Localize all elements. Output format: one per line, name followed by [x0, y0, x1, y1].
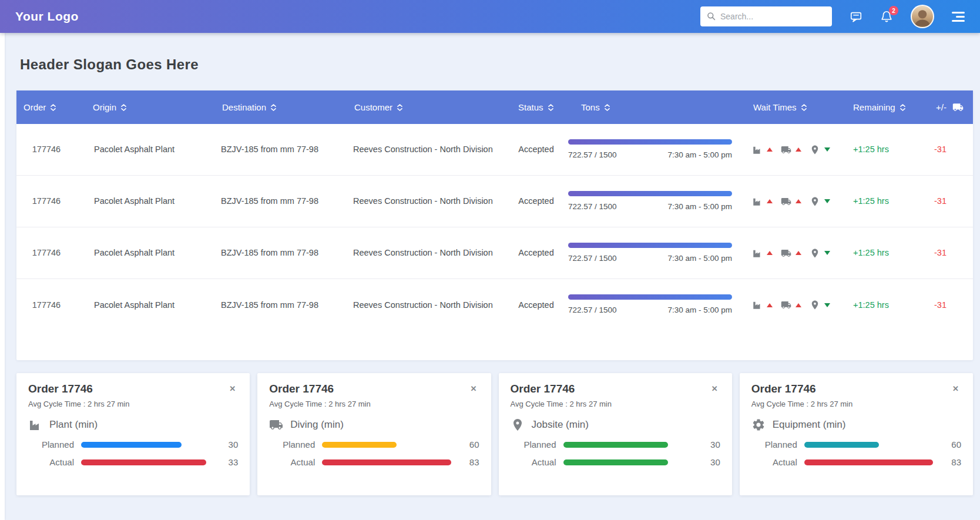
- plus-minus-cell: -31: [908, 144, 973, 155]
- trend-up-icon: [767, 251, 773, 255]
- status-cell: Accepted: [505, 196, 567, 207]
- sort-desc-icon: [900, 108, 905, 111]
- column-header-status[interactable]: Status: [505, 102, 567, 112]
- tons-cell: 722.57 / 1500 7:30 am - 5:00 pm: [567, 243, 740, 264]
- table-footer-spacer: [16, 331, 973, 360]
- origin-cell: Pacolet Asphalt Plant: [76, 300, 194, 311]
- factory-icon: [752, 248, 763, 259]
- table-row[interactable]: 177746 Pacolet Asphalt Plant BZJV-185 fr…: [16, 124, 973, 176]
- order-summary-card: Order 17746 Avg Cycle Time : 2 hrs 27 mi…: [499, 373, 732, 495]
- destination-cell: BZJV-185 from mm 77-98: [194, 144, 338, 155]
- bell-icon[interactable]: 2: [880, 10, 893, 23]
- column-header-wait-times[interactable]: Wait Times: [740, 102, 834, 112]
- tons-progress-bar: [568, 243, 732, 248]
- avatar[interactable]: [911, 5, 934, 28]
- card-title: Order 17746: [511, 383, 612, 395]
- wait-times-cell: [740, 248, 834, 259]
- order-cell: 177746: [16, 144, 76, 155]
- trend-up-icon: [796, 147, 801, 152]
- location-pin-icon: [810, 248, 820, 259]
- trend-down-icon[interactable]: [824, 147, 830, 152]
- remaining-cell: +1:25 hrs: [834, 144, 908, 155]
- sort-desc-icon: [51, 108, 56, 111]
- tons-progress-bar: [568, 294, 732, 300]
- trend-up-icon: [767, 199, 773, 203]
- sort-asc-icon: [51, 104, 56, 107]
- metric-label: Jobsite (min): [532, 419, 589, 431]
- tons-value: 722.57 / 1500: [568, 305, 617, 316]
- sort-asc-icon: [121, 104, 126, 107]
- sort-asc-icon: [548, 104, 553, 107]
- table-row[interactable]: 177746 Pacolet Asphalt Plant BZJV-185 fr…: [16, 279, 973, 331]
- plus-minus-cell: -31: [908, 300, 973, 311]
- order-cell: 177746: [16, 300, 76, 311]
- time-window: 7:30 am - 5:00 pm: [667, 253, 732, 264]
- column-header-destination[interactable]: Destination: [194, 102, 338, 112]
- sort-desc-icon: [801, 108, 807, 111]
- close-icon[interactable]: ✕: [950, 383, 961, 395]
- planned-bar: [322, 442, 397, 448]
- search-box: [700, 6, 832, 26]
- hamburger-menu-icon[interactable]: [952, 12, 965, 22]
- trend-down-icon[interactable]: [824, 199, 830, 203]
- time-window: 7:30 am - 5:00 pm: [667, 305, 732, 316]
- customer-cell: Reeves Construction - North Division: [338, 196, 505, 207]
- collapsed-sidebar-rail: [0, 33, 5, 520]
- wait-times-cell: [740, 300, 834, 310]
- order-cell: 177746: [16, 196, 76, 207]
- sort-asc-icon: [605, 104, 610, 107]
- planned-label: Planned: [28, 440, 74, 449]
- tons-value: 722.57 / 1500: [568, 150, 617, 160]
- factory-icon: [752, 196, 763, 207]
- sort-asc-icon: [900, 104, 905, 107]
- order-summary-cards: Order 17746 Avg Cycle Time : 2 hrs 27 mi…: [16, 373, 973, 495]
- chat-icon[interactable]: [850, 10, 862, 23]
- column-header-order[interactable]: Order: [16, 102, 76, 112]
- actual-value: 33: [217, 457, 238, 467]
- truck-icon: [781, 196, 791, 207]
- sort-icons: [548, 104, 553, 111]
- gear-icon: [751, 418, 766, 432]
- order-cell: 177746: [16, 247, 76, 259]
- sort-asc-icon: [271, 104, 276, 107]
- planned-bar: [81, 442, 182, 448]
- location-pin-icon: [810, 196, 820, 207]
- order-summary-card: Order 17746 Avg Cycle Time : 2 hrs 27 mi…: [740, 373, 973, 495]
- time-window: 7:30 am - 5:00 pm: [667, 202, 732, 212]
- trend-up-icon: [796, 199, 801, 203]
- location-pin-icon: [810, 145, 820, 155]
- close-icon[interactable]: ✕: [709, 383, 720, 395]
- app-logo: Your Logo: [15, 9, 79, 24]
- actual-bar: [804, 459, 934, 465]
- table-row[interactable]: 177746 Pacolet Asphalt Plant BZJV-185 fr…: [16, 227, 973, 279]
- sort-desc-icon: [605, 108, 610, 111]
- table-body: 177746 Pacolet Asphalt Plant BZJV-185 fr…: [16, 124, 973, 331]
- actual-value: 83: [940, 457, 961, 467]
- column-header-customer[interactable]: Customer: [338, 102, 505, 112]
- trend-down-icon[interactable]: [824, 251, 830, 255]
- trend-down-icon[interactable]: [824, 303, 830, 307]
- card-subtitle: Avg Cycle Time : 2 hrs 27 min: [511, 400, 612, 408]
- factory-icon: [752, 145, 763, 155]
- truck-icon: [269, 418, 283, 432]
- column-header-tons[interactable]: Tons: [567, 102, 740, 112]
- planned-bar: [804, 442, 879, 448]
- actual-label: Actual: [751, 457, 797, 467]
- column-header-remaining[interactable]: Remaining: [834, 102, 908, 112]
- order-summary-card: Order 17746 Avg Cycle Time : 2 hrs 27 mi…: [257, 373, 491, 495]
- search-icon: [706, 11, 717, 22]
- actual-bar: [563, 459, 668, 465]
- card-subtitle: Avg Cycle Time : 2 hrs 27 min: [751, 400, 853, 408]
- column-header-origin[interactable]: Origin: [76, 102, 194, 112]
- tons-value: 722.57 / 1500: [568, 202, 617, 212]
- sort-icons: [271, 104, 276, 111]
- planned-label: Planned: [751, 440, 797, 449]
- search-input[interactable]: [700, 6, 832, 26]
- close-icon[interactable]: ✕: [468, 383, 479, 395]
- table-row[interactable]: 177746 Pacolet Asphalt Plant BZJV-185 fr…: [16, 176, 973, 227]
- actual-bar: [81, 459, 206, 465]
- card-subtitle: Avg Cycle Time : 2 hrs 27 min: [269, 400, 370, 408]
- trend-up-icon: [767, 303, 773, 307]
- sort-asc-icon: [397, 104, 402, 107]
- close-icon[interactable]: ✕: [227, 383, 238, 395]
